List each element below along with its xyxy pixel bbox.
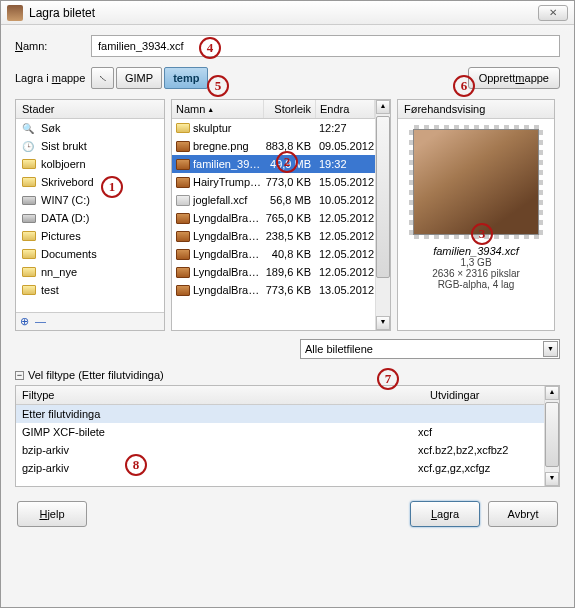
path-segment[interactable]: GIMP (116, 67, 162, 89)
places-item[interactable]: Pictures (16, 227, 164, 245)
filetype-ext: xcf.bz2,bz2,xcfbz2 (418, 444, 538, 456)
col-date-header[interactable]: Endra (316, 100, 375, 118)
filetype-name: bzip-arkiv (22, 444, 418, 456)
col-name-header[interactable]: Namn▲ (172, 100, 264, 118)
places-item[interactable]: Sist brukt (16, 137, 164, 155)
places-item-label: Documents (41, 248, 97, 260)
scroll-up-icon[interactable]: ▲ (545, 386, 559, 400)
scroll-down-icon[interactable]: ▼ (545, 472, 559, 486)
file-row[interactable]: HairyTrump…773,0 KB15.05.2012 (172, 173, 375, 191)
img-icon (176, 213, 190, 224)
preview-panel: Førehandsvising familien_3934.xcf 1,3 GB… (397, 99, 555, 331)
file-size: 773,6 KB (263, 284, 315, 296)
filelist-scrollbar[interactable]: ▲ ▼ (375, 100, 390, 330)
filter-label: Alle biletfilene (305, 343, 373, 355)
filetype-scrollbar[interactable]: ▲ ▼ (544, 386, 559, 486)
file-row[interactable]: bregne.png883,8 KB09.05.2012 (172, 137, 375, 155)
scroll-thumb[interactable] (376, 116, 390, 278)
file-row[interactable]: LyngdalBra…765,0 KB12.05.2012 (172, 209, 375, 227)
file-row[interactable]: joglefall.xcf56,8 MB10.05.2012 (172, 191, 375, 209)
file-name: LyngdalBra… (193, 212, 263, 224)
places-item[interactable]: test (16, 281, 164, 299)
file-date: 12.05.2012 (315, 248, 375, 260)
filetype-expander[interactable]: − Vel filtype (Etter filutvidinga) (15, 369, 560, 381)
path-segment[interactable]: temp (164, 67, 208, 89)
file-name: LyngdalBra… (193, 230, 263, 242)
places-header[interactable]: Stader (16, 100, 164, 119)
file-row[interactable]: LyngdalBra…189,6 KB12.05.2012 (172, 263, 375, 281)
file-size: 56,8 MB (263, 194, 315, 206)
folder-icon (22, 177, 36, 187)
filetype-name: gzip-arkiv (22, 462, 418, 474)
file-size: 189,6 KB (263, 266, 315, 278)
preview-header: Førehandsvising (398, 100, 554, 119)
filetype-ext (418, 408, 538, 420)
file-date: 15.05.2012 (315, 176, 375, 188)
path-segment[interactable]: ⟍ (91, 67, 114, 89)
folder-icon (22, 285, 36, 295)
img-icon (176, 285, 190, 296)
close-icon[interactable]: ✕ (538, 5, 568, 21)
file-name: skulptur (193, 122, 263, 134)
help-button[interactable]: Hjelp (17, 501, 87, 527)
chevron-down-icon[interactable]: ▼ (543, 341, 558, 357)
preview-size: 1,3 GB (460, 257, 491, 268)
file-row[interactable]: LyngdalBra…773,6 KB13.05.2012 (172, 281, 375, 299)
places-item-label: kolbjoern (41, 158, 86, 170)
places-item[interactable]: Documents (16, 245, 164, 263)
filetype-row[interactable]: Etter filutvidinga (16, 405, 544, 423)
filename-input[interactable] (91, 35, 560, 57)
preview-dimensions: 2636 × 2316 pikslar (432, 268, 520, 279)
filetype-header: Filtype Utvidingar (16, 386, 544, 405)
filetype-name: Etter filutvidinga (22, 408, 418, 420)
file-row[interactable]: LyngdalBra…238,5 KB12.05.2012 (172, 227, 375, 245)
dialog-content: Namn: Lagra i mappe ⟍GIMPtemp Opprett ma… (1, 25, 574, 527)
filetype-row[interactable]: bzip-arkivxcf.bz2,bz2,xcfbz2 (16, 441, 544, 459)
filetype-row[interactable]: GIMP XCF-biletexcf (16, 423, 544, 441)
file-row[interactable]: skulptur12:27 (172, 119, 375, 137)
scroll-thumb[interactable] (545, 402, 559, 467)
places-item-label: Skrivebord (41, 176, 94, 188)
thumbnail-frame (409, 125, 543, 239)
places-panel: Stader SøkSist bruktkolbjoernSkrivebordW… (15, 99, 165, 331)
scroll-down-icon[interactable]: ▼ (376, 316, 390, 330)
places-item-label: nn_nye (41, 266, 77, 278)
scroll-up-icon[interactable]: ▲ (376, 100, 390, 114)
expander-label: Vel filtype (Etter filutvidinga) (28, 369, 164, 381)
file-date: 12.05.2012 (315, 212, 375, 224)
preview-filename: familien_3934.xcf (433, 245, 519, 257)
img-icon (176, 177, 190, 188)
file-date: 12.05.2012 (315, 266, 375, 278)
filetype-row[interactable]: gzip-arkivxcf.gz,gz,xcfgz (16, 459, 544, 477)
save-dialog-window: Lagra biletet ✕ Namn: Lagra i mappe ⟍GIM… (0, 0, 575, 608)
filetype-ext: xcf (418, 426, 538, 438)
places-item[interactable]: WIN7 (C:) (16, 191, 164, 209)
filetype-panel: Filtype Utvidingar Etter filutvidingaGIM… (15, 385, 560, 487)
places-item-label: Sist brukt (41, 140, 87, 152)
places-item[interactable]: DATA (D:) (16, 209, 164, 227)
file-date: 12.05.2012 (315, 230, 375, 242)
create-folder-button[interactable]: Opprett mappe (468, 67, 560, 89)
save-button[interactable]: Lagra (410, 501, 480, 527)
places-item[interactable]: nn_nye (16, 263, 164, 281)
drive-icon (22, 214, 36, 223)
places-item[interactable]: kolbjoern (16, 155, 164, 173)
col-size-header[interactable]: Storleik (264, 100, 316, 118)
file-row[interactable]: familien_39…49,9 MB19:32 (172, 155, 375, 173)
img-icon (176, 141, 190, 152)
middle-panels: Stader SøkSist bruktkolbjoernSkrivebordW… (15, 99, 560, 331)
file-name: LyngdalBra… (193, 284, 263, 296)
places-item[interactable]: Søk (16, 119, 164, 137)
file-row[interactable]: LyngdalBra…40,8 KB12.05.2012 (172, 245, 375, 263)
file-filter-dropdown[interactable]: Alle biletfilene ▼ (300, 339, 560, 359)
name-label: Namn: (15, 40, 91, 52)
folder-icon (22, 231, 36, 241)
filelist-body: skulptur12:27bregne.png883,8 KB09.05.201… (172, 119, 375, 330)
places-item[interactable]: Skrivebord (16, 173, 164, 191)
col-extensions[interactable]: Utvidingar (424, 386, 544, 404)
place-add-button[interactable]: ⊕ (20, 315, 29, 328)
cancel-button[interactable]: Avbryt (488, 501, 558, 527)
titlebar[interactable]: Lagra biletet ✕ (1, 1, 574, 25)
col-filetype[interactable]: Filtype (16, 386, 424, 404)
place-remove-button[interactable]: — (35, 315, 46, 328)
